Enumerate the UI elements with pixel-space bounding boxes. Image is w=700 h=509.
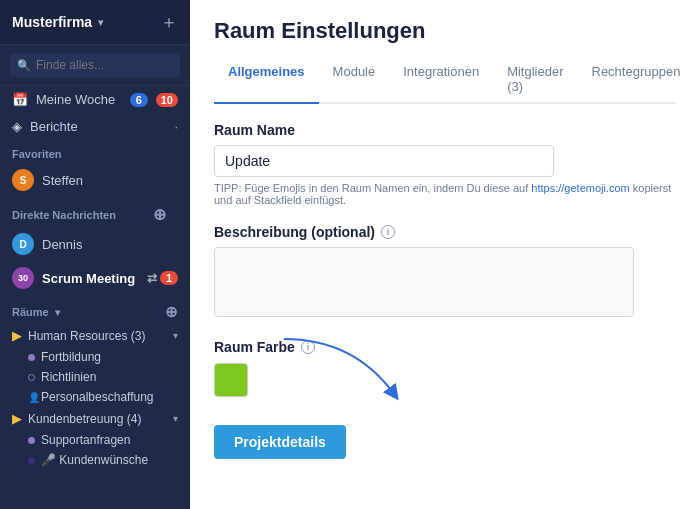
tab-module[interactable]: Module (319, 56, 390, 104)
fortbildung-label: Fortbildung (41, 350, 101, 364)
sidebar-item-steffen[interactable]: S Steffen (0, 163, 190, 197)
add-room-button[interactable]: ⊕ (165, 303, 178, 321)
scrum-badges: ⇄ 1 (147, 271, 178, 285)
tabs-bar: Allgemeines Module Integrationen Mitglie… (214, 56, 676, 104)
sidebar-item-dennis[interactable]: D Dennis (0, 227, 190, 261)
dot-icon-fortbildung (28, 354, 35, 361)
person-icon-personalbeschaffung: 👤 (28, 392, 35, 403)
raum-farbe-section: Raum Farbe i Projektdetails (214, 339, 676, 459)
info-icon[interactable]: i (381, 225, 395, 239)
main-body: Raum Name TIPP: Füge Emojis in den Raum … (190, 104, 700, 509)
avatar-steffen: S (12, 169, 34, 191)
favoriten-section-label: Favoriten (0, 140, 190, 163)
arrow-svg (274, 329, 434, 409)
company-name-area[interactable]: Musterfirma ▾ (12, 14, 103, 30)
chevron-kb: ▾ (173, 413, 178, 424)
badge-red-scrum: 1 (160, 271, 178, 285)
search-area: 🔍 (0, 45, 190, 86)
kundenwunsche-label: 🎤 Kundenwünsche (41, 453, 148, 467)
berichte-dot: · (174, 119, 178, 134)
swap-icon: ⇄ (147, 271, 157, 285)
avatar-dennis: D (12, 233, 34, 255)
tipp-text: TIPP: Füge Emojis in den Raum Namen ein,… (214, 182, 676, 206)
tab-allgemeines[interactable]: Allgemeines (214, 56, 319, 104)
tipp-prefix: TIPP: Füge Emojis in den Raum Namen ein,… (214, 182, 531, 194)
dennis-label: Dennis (42, 237, 82, 252)
raeume-label: Räume (12, 306, 49, 318)
dot-icon-support (28, 437, 35, 444)
sidebar-item-scrum-meeting[interactable]: 30 Scrum Meeting ⇄ 1 (0, 261, 190, 295)
room-child-supportanfragen[interactable]: Supportanfragen (0, 430, 190, 450)
main-content: Raum Einstellungen Allgemeines Module In… (190, 0, 700, 509)
room-child-personalbeschaffung[interactable]: 👤 Personalbeschaffung (0, 387, 190, 407)
tab-rechtegruppen[interactable]: Rechtegruppen (578, 56, 695, 104)
direkte-nachrichten-label: Direkte Nachrichten (12, 209, 116, 221)
calendar-icon: 📅 (12, 92, 28, 107)
dot-icon-kundenwunsche (28, 457, 35, 464)
add-workspace-button[interactable]: ＋ (160, 10, 178, 34)
main-header: Raum Einstellungen Allgemeines Module In… (190, 0, 700, 104)
beschreibung-section: Beschreibung (optional) i (214, 224, 676, 321)
supportanfragen-label: Supportanfragen (41, 433, 130, 447)
room-child-richtlinien[interactable]: Richtlinien (0, 367, 190, 387)
search-icon: 🔍 (17, 59, 31, 72)
badge-blue: 6 (130, 93, 148, 107)
richtlinien-label: Richtlinien (41, 370, 96, 384)
room-kundenbetreuung[interactable]: ▶ Kundenbetreuung (4) ▾ (0, 407, 190, 430)
add-dm-button[interactable]: ⊕ (153, 205, 178, 224)
tab-mitglieder[interactable]: Mitglieder (3) (493, 56, 577, 104)
room-child-fortbildung[interactable]: Fortbildung (0, 347, 190, 367)
chevron-hr: ▾ (173, 330, 178, 341)
raum-name-label: Raum Name (214, 122, 676, 138)
steffen-label: Steffen (42, 173, 83, 188)
chevron-raeume: ▾ (55, 307, 60, 318)
scrum-label: Scrum Meeting (42, 271, 135, 286)
room-label-hr: Human Resources (3) (28, 329, 145, 343)
chevron-down-icon: ▾ (98, 17, 103, 28)
layers-icon: ◈ (12, 119, 22, 134)
dot-icon-richtlinien (28, 374, 35, 381)
projektdetails-button[interactable]: Projektdetails (214, 425, 346, 459)
room-label-kb: Kundenbetreuung (4) (28, 412, 141, 426)
raeume-section: Räume ▾ ⊕ (0, 295, 190, 324)
search-input[interactable] (10, 53, 180, 77)
folder-icon-hr: ▶ (12, 328, 22, 343)
room-child-kundenwunsche[interactable]: 🎤 Kundenwünsche (0, 450, 190, 470)
sidebar-item-meine-woche[interactable]: 📅 Meine Woche 6 10 (0, 86, 190, 113)
personalbeschaffung-label: Personalbeschaffung (41, 390, 154, 404)
avatar-scrum: 30 (12, 267, 34, 289)
raum-name-input[interactable] (214, 145, 554, 177)
beschreibung-label-text: Beschreibung (optional) (214, 224, 375, 240)
company-name-label: Musterfirma (12, 14, 92, 30)
sidebar-item-label: Berichte (30, 119, 78, 134)
sidebar-item-label: Meine Woche (36, 92, 115, 107)
sidebar-item-berichte[interactable]: ◈ Berichte · (0, 113, 190, 140)
room-human-resources[interactable]: ▶ Human Resources (3) ▾ (0, 324, 190, 347)
beschreibung-textarea[interactable] (214, 247, 634, 317)
page-title: Raum Einstellungen (214, 18, 676, 44)
raum-name-section: Raum Name TIPP: Füge Emojis in den Raum … (214, 122, 676, 206)
sidebar-header: Musterfirma ▾ ＋ (0, 0, 190, 45)
getemoji-link[interactable]: https://getemoji.com (531, 182, 629, 194)
beschreibung-label: Beschreibung (optional) i (214, 224, 676, 240)
tab-integrationen[interactable]: Integrationen (389, 56, 493, 104)
folder-icon-kb: ▶ (12, 411, 22, 426)
badge-red: 10 (156, 93, 178, 107)
sidebar: Musterfirma ▾ ＋ 🔍 📅 Meine Woche 6 10 ◈ B… (0, 0, 190, 509)
color-swatch[interactable] (214, 363, 248, 397)
